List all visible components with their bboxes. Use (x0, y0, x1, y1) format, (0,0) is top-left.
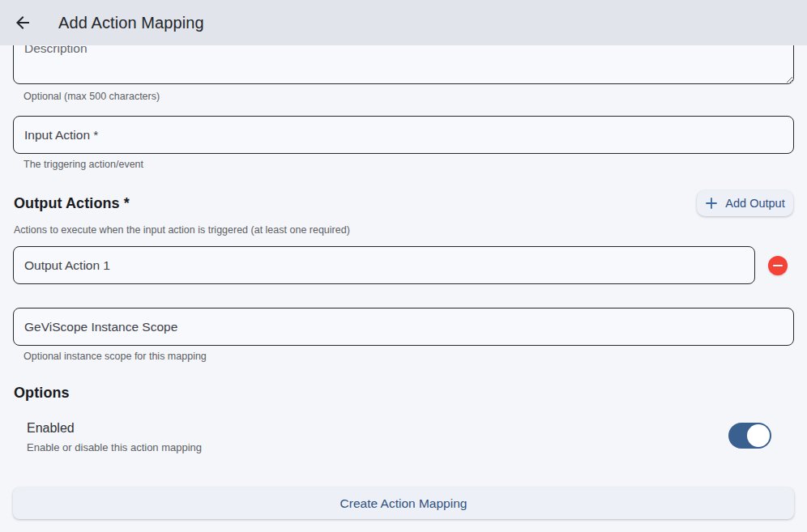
create-action-mapping-button-label: Create Action Mapping (340, 496, 468, 511)
app-bar: Add Action Mapping (0, 0, 807, 45)
output-actions-heading: Output Actions * (14, 195, 130, 212)
add-action-mapping-screen: Add Action Mapping Optional (max 500 cha… (0, 0, 807, 532)
create-action-mapping-button[interactable]: Create Action Mapping (13, 487, 794, 519)
minus-icon (773, 265, 783, 267)
description-helper-text: Optional (max 500 characters) (23, 91, 160, 102)
remove-output-button[interactable] (768, 256, 788, 275)
add-output-button[interactable]: Add Output (697, 190, 793, 216)
back-button[interactable] (6, 6, 39, 39)
enabled-toggle-description: Enable or disable this action mapping (27, 441, 202, 453)
page-title: Add Action Mapping (58, 14, 204, 32)
options-heading: Options (14, 385, 70, 402)
plus-icon (705, 197, 718, 210)
add-output-button-label: Add Output (725, 197, 784, 210)
arrow-left-icon (13, 13, 32, 32)
input-action-helper-text: The triggering action/event (23, 159, 143, 170)
toggle-thumb-icon (747, 424, 770, 447)
instance-scope-field[interactable] (13, 308, 794, 346)
enabled-toggle-label: Enabled (27, 421, 75, 436)
output-actions-helper-text: Actions to execute when the input action… (14, 224, 350, 236)
instance-scope-helper-text: Optional instance scope for this mapping (23, 351, 207, 362)
output-action-1-field[interactable] (13, 246, 755, 284)
enabled-toggle-switch[interactable] (728, 423, 771, 449)
input-action-field[interactable] (13, 116, 794, 154)
